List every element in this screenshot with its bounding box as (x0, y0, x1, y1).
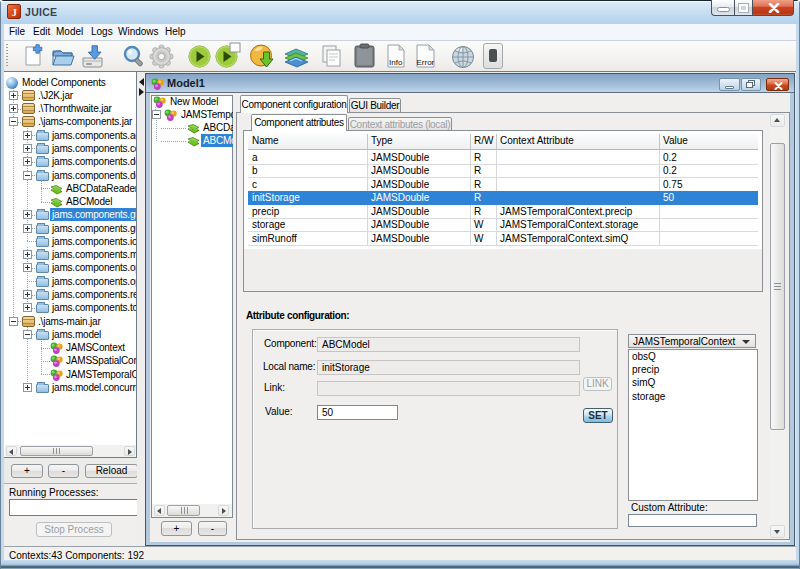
svg-text:Info: Info (389, 58, 403, 67)
svg-text:Error: Error (417, 58, 435, 67)
